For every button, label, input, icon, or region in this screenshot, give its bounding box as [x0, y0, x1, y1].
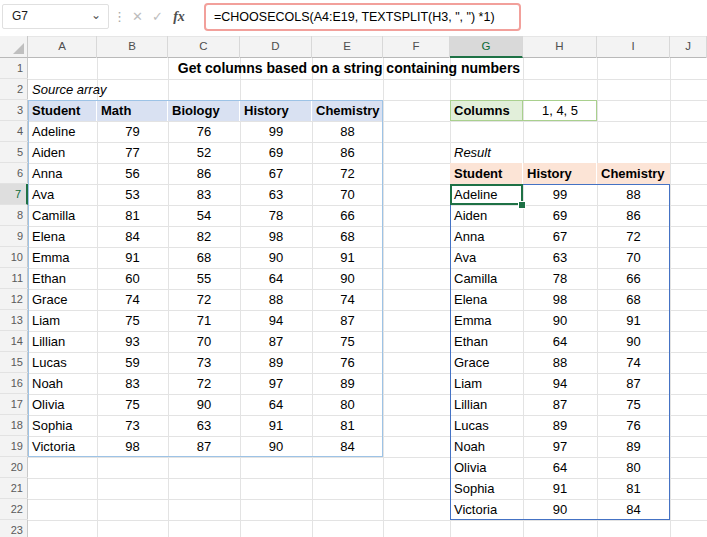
column-header-F[interactable]: F — [383, 36, 450, 58]
source-cell[interactable]: 97 — [240, 373, 312, 394]
row-header-10[interactable]: 10 — [0, 247, 28, 268]
column-header-E[interactable]: E — [312, 36, 383, 58]
source-cell[interactable]: 89 — [312, 373, 383, 394]
source-cell[interactable]: 69 — [240, 142, 312, 163]
source-cell[interactable]: 73 — [97, 415, 168, 436]
result-header-chemistry[interactable]: Chemistry — [597, 163, 670, 184]
result-cell[interactable]: Liam — [450, 373, 523, 394]
result-cell[interactable]: 87 — [597, 373, 670, 394]
source-cell[interactable]: 82 — [168, 226, 240, 247]
result-header-student[interactable]: Student — [450, 163, 523, 184]
source-cell[interactable]: 74 — [312, 289, 383, 310]
result-cell[interactable]: 70 — [597, 247, 670, 268]
result-cell[interactable]: Ethan — [450, 331, 523, 352]
source-cell[interactable]: 91 — [312, 247, 383, 268]
result-cell[interactable]: Victoria — [450, 499, 523, 520]
source-cell[interactable]: 87 — [312, 310, 383, 331]
source-cell[interactable]: 74 — [97, 289, 168, 310]
source-cell[interactable]: 91 — [97, 247, 168, 268]
source-cell[interactable]: Noah — [28, 373, 97, 394]
source-cell[interactable]: 72 — [312, 163, 383, 184]
result-cell[interactable]: 89 — [597, 436, 670, 457]
source-cell[interactable]: 90 — [312, 268, 383, 289]
source-header-math[interactable]: Math — [97, 100, 168, 121]
name-box[interactable]: G7 ⌄ — [2, 4, 109, 29]
result-cell[interactable]: 99 — [523, 184, 597, 205]
row-header-17[interactable]: 17 — [0, 394, 28, 415]
column-header-B[interactable]: B — [97, 36, 168, 58]
result-cell[interactable]: 86 — [597, 205, 670, 226]
formula-input[interactable]: =CHOOSECOLS(A4:E19, TEXTSPLIT(H3, ", ") … — [204, 3, 521, 31]
source-cell[interactable]: Lillian — [28, 331, 97, 352]
source-cell[interactable]: 89 — [240, 352, 312, 373]
column-header-H[interactable]: H — [523, 36, 597, 58]
row-header-21[interactable]: 21 — [0, 478, 28, 499]
result-cell[interactable]: 80 — [597, 457, 670, 478]
result-cell[interactable]: Grace — [450, 352, 523, 373]
row-header-11[interactable]: 11 — [0, 268, 28, 289]
source-cell[interactable]: 67 — [240, 163, 312, 184]
row-header-14[interactable]: 14 — [0, 331, 28, 352]
source-cell[interactable]: 73 — [168, 352, 240, 373]
result-cell[interactable]: 90 — [523, 310, 597, 331]
result-cell[interactable]: Camilla — [450, 268, 523, 289]
source-cell[interactable]: 56 — [97, 163, 168, 184]
source-cell[interactable]: Aiden — [28, 142, 97, 163]
result-cell[interactable]: Ava — [450, 247, 523, 268]
result-cell[interactable]: 98 — [523, 289, 597, 310]
result-cell[interactable]: 69 — [523, 205, 597, 226]
result-cell[interactable]: Sophia — [450, 478, 523, 499]
source-cell[interactable]: 66 — [312, 205, 383, 226]
row-header-4[interactable]: 4 — [0, 121, 28, 142]
row-header-20[interactable]: 20 — [0, 457, 28, 478]
source-cell[interactable]: Emma — [28, 247, 97, 268]
source-cell[interactable]: 88 — [240, 289, 312, 310]
row-header-12[interactable]: 12 — [0, 289, 28, 310]
result-cell[interactable]: 88 — [523, 352, 597, 373]
select-all-button[interactable] — [0, 36, 28, 58]
source-cell[interactable]: 59 — [97, 352, 168, 373]
source-cell[interactable]: 93 — [97, 331, 168, 352]
source-cell[interactable]: 76 — [312, 352, 383, 373]
insert-function-icon[interactable]: fx — [169, 5, 189, 29]
enter-icon[interactable]: ✓ — [149, 5, 166, 29]
source-header-biology[interactable]: Biology — [168, 100, 240, 121]
source-cell[interactable]: 71 — [168, 310, 240, 331]
row-header-15[interactable]: 15 — [0, 352, 28, 373]
source-cell[interactable]: 98 — [240, 226, 312, 247]
source-cell[interactable]: 84 — [97, 226, 168, 247]
result-cell[interactable]: 91 — [523, 478, 597, 499]
row-header-9[interactable]: 9 — [0, 226, 28, 247]
source-cell[interactable]: Elena — [28, 226, 97, 247]
result-cell[interactable]: Olivia — [450, 457, 523, 478]
source-cell[interactable]: 75 — [97, 394, 168, 415]
source-cell[interactable]: Adeline — [28, 121, 97, 142]
source-cell[interactable]: 64 — [240, 394, 312, 415]
result-cell[interactable]: 64 — [523, 457, 597, 478]
chevron-down-icon[interactable]: ⌄ — [91, 3, 101, 28]
source-cell[interactable]: 68 — [168, 247, 240, 268]
source-cell[interactable]: 76 — [168, 121, 240, 142]
source-cell[interactable]: 88 — [312, 121, 383, 142]
result-cell[interactable]: 87 — [523, 394, 597, 415]
source-cell[interactable]: 90 — [240, 247, 312, 268]
row-header-8[interactable]: 8 — [0, 205, 28, 226]
result-cell[interactable]: Elena — [450, 289, 523, 310]
result-cell[interactable]: Emma — [450, 310, 523, 331]
source-cell[interactable]: Grace — [28, 289, 97, 310]
row-header-1[interactable]: 1 — [0, 58, 28, 79]
source-cell[interactable]: 70 — [312, 184, 383, 205]
result-cell[interactable]: 74 — [597, 352, 670, 373]
source-cell[interactable]: 75 — [97, 310, 168, 331]
result-cell[interactable]: Anna — [450, 226, 523, 247]
result-cell[interactable]: 64 — [523, 331, 597, 352]
result-cell[interactable]: 81 — [597, 478, 670, 499]
source-cell[interactable]: Olivia — [28, 394, 97, 415]
source-cell[interactable]: 83 — [97, 373, 168, 394]
source-cell[interactable]: 86 — [312, 142, 383, 163]
result-cell[interactable]: 72 — [597, 226, 670, 247]
source-cell[interactable]: Anna — [28, 163, 97, 184]
source-cell[interactable]: 64 — [240, 268, 312, 289]
source-cell[interactable]: 80 — [312, 394, 383, 415]
column-header-I[interactable]: I — [597, 36, 670, 58]
